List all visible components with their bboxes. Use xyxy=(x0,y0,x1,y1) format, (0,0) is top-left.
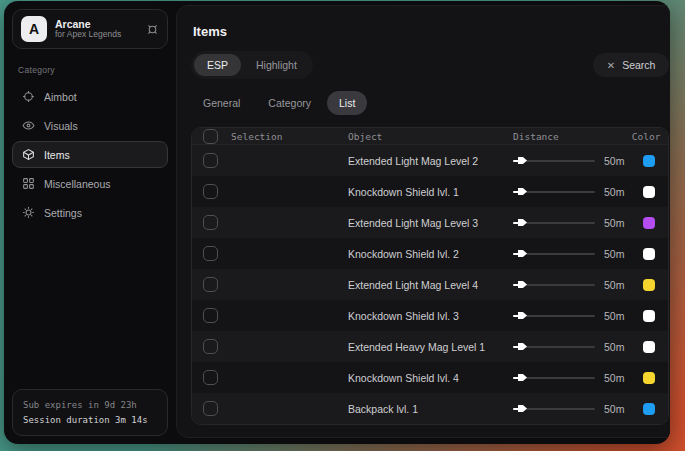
distance-value: 50m xyxy=(604,403,624,415)
row-checkbox[interactable] xyxy=(203,401,218,416)
color-swatch[interactable] xyxy=(643,341,655,353)
slider-thumb-icon[interactable] xyxy=(518,188,527,195)
main-panel: Items ESP Highlight ✕ Search General Cat… xyxy=(176,5,670,438)
slider-thumb-icon[interactable] xyxy=(518,343,527,350)
column-distance: Distance xyxy=(513,131,628,142)
table-row: Knockdown Shield lvl. 2 50m xyxy=(192,238,668,269)
distance-slider[interactable] xyxy=(513,310,595,322)
color-swatch[interactable] xyxy=(643,248,655,260)
row-checkbox[interactable] xyxy=(203,246,218,261)
sidebar-item-label: Visuals xyxy=(44,120,78,132)
grid-icon xyxy=(22,177,35,190)
page-title: Items xyxy=(193,24,667,39)
tab-general[interactable]: General xyxy=(191,91,252,115)
object-label: Knockdown Shield lvl. 1 xyxy=(348,186,513,198)
distance-slider[interactable] xyxy=(513,155,595,167)
distance-value: 50m xyxy=(604,155,624,167)
object-label: Extended Light Mag Level 3 xyxy=(348,217,513,229)
table-header: Selection Object Distance Color xyxy=(192,128,668,145)
distance-slider[interactable] xyxy=(513,186,595,198)
row-checkbox[interactable] xyxy=(203,339,218,354)
sidebar-item-label: Items xyxy=(44,149,70,161)
slider-thumb-icon[interactable] xyxy=(518,312,527,319)
slider-thumb-icon[interactable] xyxy=(518,405,527,412)
slider-thumb-icon[interactable] xyxy=(518,250,527,257)
table-row: Backpack lvl. 1 50m xyxy=(192,393,668,424)
sidebar-item-aimbot[interactable]: Aimbot xyxy=(12,83,168,110)
x-icon: ✕ xyxy=(607,60,615,71)
sidebar-nav: Aimbot Visuals Items xyxy=(12,83,168,226)
gear-icon xyxy=(22,206,35,219)
view-tabs: General Category List xyxy=(191,91,669,115)
slider-thumb-icon[interactable] xyxy=(518,374,527,381)
emblem-icon[interactable] xyxy=(146,23,159,36)
distance-slider[interactable] xyxy=(513,279,595,291)
color-swatch[interactable] xyxy=(643,403,655,415)
object-label: Backpack lvl. 1 xyxy=(348,403,513,415)
color-swatch[interactable] xyxy=(643,186,655,198)
sidebar-item-label: Miscellaneous xyxy=(44,178,111,190)
row-checkbox[interactable] xyxy=(203,153,218,168)
table-body: Extended Light Mag Level 2 50m Knockdown… xyxy=(192,145,668,424)
app-window: A Arcane for Apex Legends Category xyxy=(4,1,670,444)
select-all-checkbox[interactable] xyxy=(203,129,218,144)
sidebar-item-items[interactable]: Items xyxy=(12,141,168,168)
row-checkbox[interactable] xyxy=(203,277,218,292)
distance-value: 50m xyxy=(604,341,624,353)
items-table: Selection Object Distance Color Extended… xyxy=(191,127,669,425)
object-label: Knockdown Shield lvl. 2 xyxy=(348,248,513,260)
object-label: Knockdown Shield lvl. 4 xyxy=(348,372,513,384)
row-checkbox[interactable] xyxy=(203,184,218,199)
column-object: Object xyxy=(348,131,513,142)
color-swatch[interactable] xyxy=(643,155,655,167)
search-button[interactable]: ✕ Search xyxy=(593,53,670,77)
sidebar-item-label: Settings xyxy=(44,207,82,219)
tab-category[interactable]: Category xyxy=(256,91,323,115)
table-row: Extended Light Mag Level 4 50m xyxy=(192,269,668,300)
subscription-card: Sub expires in 9d 23h Session duration 3… xyxy=(12,389,168,436)
table-row: Knockdown Shield lvl. 1 50m xyxy=(192,176,668,207)
app-logo: A xyxy=(21,16,47,42)
app-header-card: A Arcane for Apex Legends xyxy=(12,9,168,49)
tab-esp[interactable]: ESP xyxy=(194,54,241,76)
object-label: Extended Light Mag Level 2 xyxy=(348,155,513,167)
row-checkbox[interactable] xyxy=(203,308,218,323)
table-row: Extended Light Mag Level 2 50m xyxy=(192,145,668,176)
object-label: Extended Light Mag Level 4 xyxy=(348,279,513,291)
tab-list[interactable]: List xyxy=(327,91,367,115)
row-checkbox[interactable] xyxy=(203,370,218,385)
app-subtitle: for Apex Legends xyxy=(55,30,138,40)
distance-value: 50m xyxy=(604,279,624,291)
distance-slider[interactable] xyxy=(513,403,595,415)
sidebar-item-settings[interactable]: Settings xyxy=(12,199,168,226)
distance-slider[interactable] xyxy=(513,217,595,229)
slider-thumb-icon[interactable] xyxy=(518,157,527,164)
sidebar-item-miscellaneous[interactable]: Miscellaneous xyxy=(12,170,168,197)
table-row: Extended Heavy Mag Level 1 50m xyxy=(192,331,668,362)
sidebar-item-visuals[interactable]: Visuals xyxy=(12,112,168,139)
slider-thumb-icon[interactable] xyxy=(518,219,527,226)
distance-value: 50m xyxy=(604,186,624,198)
table-row: Knockdown Shield lvl. 3 50m xyxy=(192,300,668,331)
eye-icon xyxy=(22,119,35,132)
row-checkbox[interactable] xyxy=(203,215,218,230)
mode-tabs: ESP Highlight xyxy=(191,51,313,79)
distance-value: 50m xyxy=(604,248,624,260)
column-selection: Selection xyxy=(231,131,282,142)
object-label: Extended Heavy Mag Level 1 xyxy=(348,341,513,353)
color-swatch[interactable] xyxy=(643,217,655,229)
distance-value: 50m xyxy=(604,372,624,384)
slider-thumb-icon[interactable] xyxy=(518,281,527,288)
search-button-label: Search xyxy=(622,59,655,71)
category-section-label: Category xyxy=(18,65,162,75)
color-swatch[interactable] xyxy=(643,372,655,384)
distance-slider[interactable] xyxy=(513,248,595,260)
color-swatch[interactable] xyxy=(643,279,655,291)
color-swatch[interactable] xyxy=(643,310,655,322)
table-row: Extended Light Mag Level 3 50m xyxy=(192,207,668,238)
distance-slider[interactable] xyxy=(513,341,595,353)
tab-highlight[interactable]: Highlight xyxy=(243,54,310,76)
distance-slider[interactable] xyxy=(513,372,595,384)
sidebar-item-label: Aimbot xyxy=(44,91,77,103)
sidebar: A Arcane for Apex Legends Category xyxy=(4,1,176,444)
